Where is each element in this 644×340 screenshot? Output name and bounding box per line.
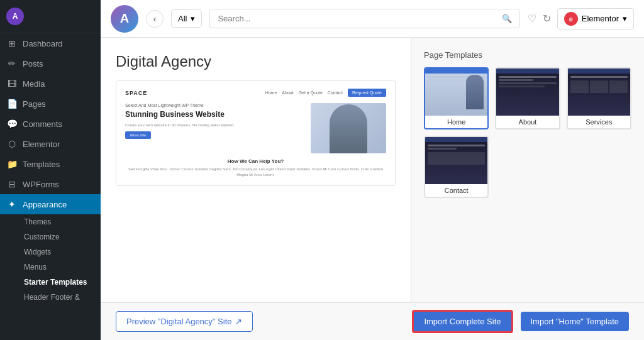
site-icon: A xyxy=(6,8,24,25)
pages-icon: 📄 xyxy=(6,99,18,109)
appearance-icon: ✦ xyxy=(6,199,18,209)
sidebar-item-label: Dashboard xyxy=(23,39,63,48)
sidebar-sub-label: Starter Templates xyxy=(24,278,87,287)
page-title: Digital Agency xyxy=(116,53,396,70)
template-label-home: Home xyxy=(425,116,487,128)
sidebar-item-starter-templates[interactable]: Starter Templates xyxy=(18,275,101,290)
wpforms-icon: ⊟ xyxy=(6,179,18,189)
sidebar-item-elementor[interactable]: ⬡ Elementor xyxy=(0,134,101,154)
template-card-contact[interactable]: Contact xyxy=(424,136,489,198)
sidebar-item-themes[interactable]: Themes xyxy=(18,214,101,229)
sidebar-item-appearance[interactable]: ✦ Appearance xyxy=(0,194,101,214)
left-panel: Digital Agency SPACE Home About Get a Qu… xyxy=(101,38,411,302)
sidebar-item-label: Elementor xyxy=(23,140,60,149)
sidebar-item-customize[interactable]: Customize xyxy=(18,229,101,244)
template-card-services[interactable]: Services xyxy=(567,67,631,129)
preview-logo: SPACE xyxy=(125,90,147,96)
template-card-about[interactable]: About xyxy=(495,67,560,129)
preview-hero-desc: Create your own website in 60 minutes. N… xyxy=(125,123,304,128)
import-site-button[interactable]: Import Complete Site xyxy=(412,310,513,333)
sidebar-header: A xyxy=(0,0,101,33)
sidebar-sub-label: Themes xyxy=(24,217,51,226)
topbar: A ‹ All ▾ 🔍 ♡ ↻ e Elementor ▾ xyxy=(101,0,644,38)
sidebar-item-label: Appearance xyxy=(23,200,67,209)
template-label-about: About xyxy=(496,116,558,128)
sidebar-sub-label: Header Footer & xyxy=(24,293,80,302)
template-label-contact: Contact xyxy=(425,184,487,197)
sidebar-item-comments[interactable]: 💬 Comments xyxy=(0,114,101,134)
right-panel: Page Templates Home xyxy=(411,38,644,302)
preview-hero-text: Select And Most Lightweight WP Theme Stu… xyxy=(125,103,311,153)
template-thumb-about xyxy=(496,69,558,116)
preview-button[interactable]: Preview "Digital Agency" Site ↗ xyxy=(116,311,253,332)
refresh-icon[interactable]: ↻ xyxy=(543,13,551,25)
preview-nav: SPACE Home About Get a Quote Contact Req… xyxy=(125,89,386,97)
sidebar-item-dashboard[interactable]: ⊞ Dashboard xyxy=(0,33,101,53)
search-icon: 🔍 xyxy=(502,14,512,23)
elementor-badge[interactable]: e Elementor ▾ xyxy=(557,8,634,30)
back-button[interactable]: ‹ xyxy=(146,10,164,28)
preview-nav-links: Home About Get a Quote Contact Request Q… xyxy=(265,89,386,97)
chevron-down-icon: ▾ xyxy=(191,14,195,23)
sidebar-sub-label: Widgets xyxy=(24,248,51,256)
chevron-down-icon: ▾ xyxy=(623,14,627,23)
preview-person-silhouette xyxy=(330,104,367,153)
sidebar-submenu: Themes Customize Widgets Menus Starter T… xyxy=(0,214,101,305)
sidebar-item-menus[interactable]: Menus xyxy=(18,260,101,275)
sidebar-item-label: Templates xyxy=(23,160,60,169)
template-thumb-home xyxy=(425,69,487,116)
sidebar-item-posts[interactable]: ✏ Posts xyxy=(0,53,101,74)
search-box: 🔍 xyxy=(209,9,519,28)
sidebar-sub-label: Customize xyxy=(24,233,60,241)
comments-icon: 💬 xyxy=(6,119,18,129)
template-thumb-services xyxy=(568,69,630,116)
preview-hero-image xyxy=(311,103,386,153)
topbar-icons: ♡ ↻ e Elementor ▾ xyxy=(528,8,634,30)
bottombar: Preview "Digital Agency" Site ↗ Import C… xyxy=(101,302,644,340)
preview-section-desc: Sed Fringilla Vitae Arcu. Donec Cursus S… xyxy=(125,167,386,178)
posts-icon: ✏ xyxy=(6,58,18,69)
template-thumb-contact xyxy=(425,137,487,184)
sidebar-item-label: Media xyxy=(23,79,45,89)
sidebar-item-widgets[interactable]: Widgets xyxy=(18,244,101,260)
sidebar-item-wpforms[interactable]: ⊟ WPForms xyxy=(0,174,101,194)
heart-icon[interactable]: ♡ xyxy=(528,13,536,25)
template-label-services: Services xyxy=(568,116,630,128)
preview-hero: Select And Most Lightweight WP Theme Stu… xyxy=(125,103,386,153)
preview-hero-btn: More Info xyxy=(125,131,151,139)
media-icon: 🎞 xyxy=(6,79,18,89)
preview-hero-subtitle: Select And Most Lightweight WP Theme xyxy=(125,103,304,107)
templates-grid: Home About xyxy=(424,67,631,129)
preview-section-title: How We Can Help You? xyxy=(125,158,386,164)
template-card-home[interactable]: Home xyxy=(424,67,489,129)
preview-cta: Request Quote xyxy=(348,89,386,97)
sidebar-item-label: Pages xyxy=(23,99,46,109)
sidebar: A ⊞ Dashboard ✏ Posts 🎞 Media 📄 Pages 💬 … xyxy=(0,0,101,340)
sidebar-item-pages[interactable]: 📄 Pages xyxy=(0,94,101,114)
filter-dropdown[interactable]: All ▾ xyxy=(171,9,202,28)
content-area: Digital Agency SPACE Home About Get a Qu… xyxy=(101,38,644,302)
sidebar-item-header-footer[interactable]: Header Footer & xyxy=(18,290,101,305)
main-area: A ‹ All ▾ 🔍 ♡ ↻ e Elementor ▾ Digital Ag… xyxy=(101,0,644,340)
external-link-icon: ↗ xyxy=(235,317,242,326)
import-template-button[interactable]: Import "Home" Template xyxy=(521,312,630,331)
dashboard-icon: ⊞ xyxy=(6,38,18,48)
preview-hero-title: Stunning Business Website xyxy=(125,110,304,120)
elementor-icon: ⬡ xyxy=(6,139,18,149)
logo: A xyxy=(111,5,138,33)
page-templates-label: Page Templates xyxy=(424,50,631,60)
templates-row-2: Contact xyxy=(424,136,631,198)
sidebar-item-label: WPForms xyxy=(23,180,59,189)
search-input[interactable] xyxy=(218,14,496,23)
elementor-logo: e xyxy=(564,12,578,26)
sidebar-item-label: Posts xyxy=(23,59,43,69)
templates-icon: 📁 xyxy=(6,159,18,169)
preview-inner: SPACE Home About Get a Quote Contact Req… xyxy=(116,81,395,185)
site-preview-card: SPACE Home About Get a Quote Contact Req… xyxy=(116,80,396,186)
sidebar-sub-label: Menus xyxy=(24,263,47,271)
sidebar-item-label: Comments xyxy=(23,119,62,129)
sidebar-item-media[interactable]: 🎞 Media xyxy=(0,74,101,94)
sidebar-item-templates[interactable]: 📁 Templates xyxy=(0,154,101,174)
